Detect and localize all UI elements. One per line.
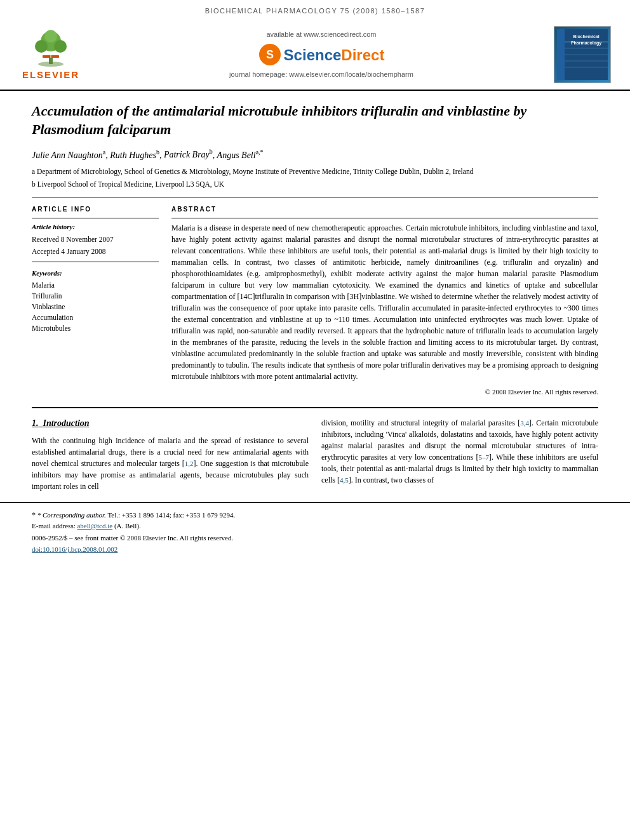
- intro-right-column: division, motility and structural integr…: [321, 417, 598, 492]
- journal-cover-image: Biochemical Pharmacology: [554, 26, 611, 83]
- section-heading: 1. Introduction: [32, 417, 309, 430]
- ref-5[interactable]: 5–7: [478, 453, 489, 461]
- section-number: 1.: [32, 418, 39, 428]
- article-title: Accumulation of the antimalarial microtu…: [32, 102, 598, 138]
- journal-url: journal homepage: www.elsevier.com/locat…: [229, 70, 413, 79]
- doi-line: doi:10.1016/j.bcp.2008.01.002: [32, 545, 598, 554]
- phone-text: Tel.: +353 1 896 1414; fax: +353 1 679 9…: [107, 511, 235, 519]
- doi-link[interactable]: doi:10.1016/j.bcp.2008.01.002: [32, 545, 117, 553]
- divider-abstract: [171, 218, 598, 218]
- accepted-date: Accepted 4 January 2008: [32, 246, 159, 257]
- svg-point-4: [54, 40, 67, 53]
- divider-after-affiliations: [32, 197, 598, 197]
- divider-history: [32, 262, 159, 262]
- received-date: Received 8 November 2007: [32, 234, 159, 244]
- abstract-column: ABSTRACT Malaria is a disease in despera…: [171, 205, 598, 397]
- ref-4[interactable]: 4,5: [340, 476, 349, 484]
- available-text: available at www.sciencedirect.com: [266, 30, 376, 39]
- sciencedirect-icon: S: [258, 43, 281, 66]
- corresponding-author-note: * * Corresponding author. Tel.: +353 1 8…: [32, 509, 598, 531]
- email-label: E-mail address:: [32, 522, 76, 530]
- introduction-section: 1. Introduction With the continuing high…: [0, 408, 630, 492]
- ref-3[interactable]: 3,4: [520, 419, 529, 427]
- email-link[interactable]: abell@tcd.ie: [77, 522, 112, 530]
- corresponding-author-label: * Corresponding author.: [37, 511, 106, 519]
- intro-right-text: division, motility and structural integr…: [321, 417, 598, 486]
- sciencedirect-center: available at www.sciencedirect.com S Sci…: [89, 30, 554, 80]
- keyword-accumulation: Accumulation: [32, 312, 159, 323]
- authors-line: Julie Ann Naughtona, Ruth Hughesb, Patri…: [32, 148, 598, 161]
- svg-text:S: S: [266, 48, 274, 61]
- keywords-label: Keywords:: [32, 269, 159, 278]
- abstract-label: ABSTRACT: [171, 205, 598, 214]
- asterisk-symbol: *: [32, 510, 36, 519]
- history-label: Article history:: [32, 222, 159, 232]
- intro-left-text: With the continuing high incidence of ma…: [32, 435, 309, 492]
- abstract-text: Malaria is a disease in desperate need o…: [171, 222, 598, 382]
- svg-point-5: [44, 30, 57, 43]
- footer-section: * * Corresponding author. Tel.: +353 1 8…: [0, 502, 630, 554]
- svg-text:Biochemical: Biochemical: [573, 34, 599, 39]
- elsevier-wordmark: ELSEVIER: [22, 68, 79, 81]
- sciencedirect-logo: S ScienceDirect: [258, 43, 385, 66]
- logo-row: ELSEVIER available at www.sciencedirect.…: [0, 20, 630, 91]
- ref-1[interactable]: 1,2: [185, 460, 194, 467]
- elsevier-tree-icon: [29, 29, 73, 67]
- section-title: Introduction: [43, 418, 90, 428]
- keyword-vinblastine: Vinblastine: [32, 302, 159, 312]
- species-name: Plasmodium falciparum: [32, 121, 171, 137]
- keyword-microtubules: Microtubules: [32, 323, 159, 333]
- divider-article-info: [32, 218, 159, 218]
- intro-left-column: 1. Introduction With the continuing high…: [32, 417, 309, 492]
- journal-cover-svg: Biochemical Pharmacology: [557, 29, 608, 80]
- elsevier-logo: ELSEVIER: [13, 29, 89, 81]
- svg-point-3: [35, 40, 48, 53]
- journal-header: BIOCHEMICAL PHARMACOLOGY 75 (2008) 1580–…: [0, 0, 630, 20]
- affiliation-b: b Liverpool School of Tropical Medicine,…: [32, 179, 598, 189]
- journal-header-text: BIOCHEMICAL PHARMACOLOGY 75 (2008) 1580–…: [205, 7, 426, 15]
- email-suffix: (A. Bell).: [114, 522, 141, 530]
- copyright-text: © 2008 Elsevier Inc. All rights reserved…: [171, 387, 598, 397]
- author-patrick-bray: Patrick Brayb: [164, 150, 213, 159]
- page: BIOCHEMICAL PHARMACOLOGY 75 (2008) 1580–…: [0, 0, 630, 840]
- article-info-label: ARTICLE INFO: [32, 205, 159, 214]
- issn-line: 0006-2952/$ – see front matter © 2008 El…: [32, 533, 598, 543]
- svg-point-1: [38, 62, 64, 67]
- affiliation-a: a Department of Microbiology, School of …: [32, 166, 598, 177]
- two-column-section: ARTICLE INFO Article history: Received 8…: [0, 205, 630, 397]
- keyword-malaria: Malaria: [32, 280, 159, 290]
- svg-text:Pharmacology: Pharmacology: [571, 41, 601, 46]
- article-info-column: ARTICLE INFO Article history: Received 8…: [32, 205, 159, 397]
- keyword-trifluralin: Trifluralin: [32, 291, 159, 301]
- svg-rect-11: [557, 29, 565, 80]
- article-section: Accumulation of the antimalarial microtu…: [0, 91, 630, 197]
- sciencedirect-wordmark: ScienceDirect: [284, 44, 385, 66]
